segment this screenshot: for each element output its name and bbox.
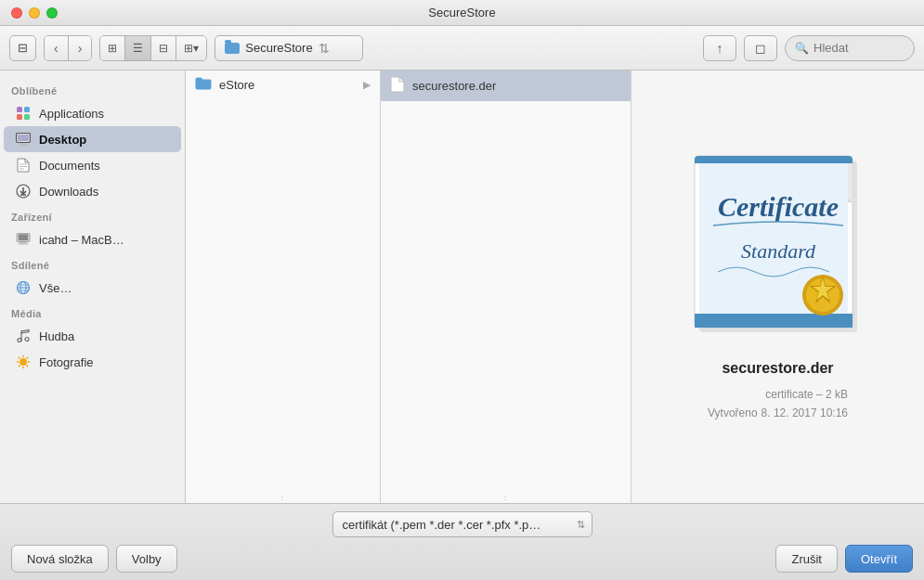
svg-rect-2 [17, 114, 22, 120]
search-input[interactable] [813, 41, 904, 55]
svg-rect-15 [19, 235, 28, 241]
sidebar-section-oblibene: Oblíbené [0, 78, 185, 100]
svg-rect-1 [24, 107, 30, 112]
svg-rect-0 [17, 107, 22, 112]
mac-label: icahd – MacB… [39, 233, 124, 247]
sidebar-item-documents[interactable]: Documents [4, 152, 181, 178]
bottom-buttons: Nová složka Volby Zrušit Otevřít [11, 545, 913, 573]
preview-pane: Certificate Standard securestore.der [631, 71, 924, 503]
cancel-button[interactable]: Zrušit [775, 545, 838, 573]
options-button[interactable]: Volby [116, 545, 177, 573]
close-button[interactable] [11, 7, 22, 19]
sidebar-item-photos[interactable]: Fotografie [4, 349, 181, 375]
bottom-btn-right-group: Zrušit Otevřít [775, 545, 913, 573]
browser-area: eStore ▶ ⋮ securestore.der ⋮ [186, 71, 924, 503]
col-resize-handle-2[interactable]: ⋮ [497, 496, 515, 503]
resize-dots-2: ⋮ [501, 495, 511, 504]
applications-label: Applications [39, 107, 104, 121]
downloads-icon [15, 183, 32, 200]
list-view-button[interactable]: ☰ [125, 36, 151, 60]
toolbar: ⊟ ‹ › ⊞ ☰ ⊟ ⊞▾ SecureStore ⇅ ↑ ◻ 🔍 [0, 26, 924, 71]
svg-point-24 [25, 338, 29, 342]
svg-rect-16 [20, 242, 27, 244]
shared-label: Vše… [39, 281, 72, 295]
sidebar-section-zarizeni: Zařízení [0, 204, 185, 226]
svg-text:Standard: Standard [741, 239, 816, 263]
sidebar-item-desktop[interactable]: Desktop [4, 126, 181, 152]
applications-icon [15, 105, 32, 122]
svg-rect-42 [695, 321, 852, 328]
desktop-icon [15, 131, 32, 148]
list-item[interactable]: securestore.der [381, 71, 631, 101]
maximize-button[interactable] [46, 7, 58, 19]
svg-rect-7 [19, 145, 28, 146]
sidebar-item-music[interactable]: Hudba [4, 323, 181, 349]
folder-name: SecureStore [245, 41, 312, 55]
downloads-label: Downloads [39, 185, 98, 199]
folder-name-label: eStore [219, 78, 254, 92]
sidebar-item-applications[interactable]: Applications [4, 100, 181, 126]
sidebar-section-sdilene: Sdílené [0, 252, 185, 275]
share-button[interactable]: ↑ [703, 35, 736, 61]
sidebar: Oblíbené Applications [0, 71, 186, 503]
column-view-icon: ⊟ [159, 42, 168, 55]
svg-line-33 [19, 366, 20, 367]
title-bar: SecureStore [0, 0, 924, 26]
photos-label: Fotografie [39, 355, 94, 369]
sidebar-item-shared[interactable]: Vše… [4, 275, 181, 301]
panel-view-button[interactable]: ⊟ [9, 35, 36, 61]
svg-point-23 [18, 339, 21, 342]
folder-breadcrumb[interactable]: SecureStore ⇅ [215, 35, 363, 61]
resize-dots: ⋮ [278, 495, 288, 504]
preview-created-label: Vytvořeno [708, 405, 758, 422]
preview-filename: securestore.der [722, 360, 833, 377]
col-resize-handle-1[interactable]: ⋮ [274, 496, 293, 503]
new-folder-button[interactable]: Nová složka [11, 545, 109, 573]
icon-view-button[interactable]: ⊞ [100, 36, 125, 60]
column-view-button[interactable]: ⊟ [151, 36, 176, 60]
sidebar-item-mac[interactable]: icahd – MacB… [4, 226, 181, 252]
icon-view-icon: ⊞ [108, 42, 117, 55]
forward-button[interactable]: › [69, 36, 92, 60]
back-button[interactable]: ‹ [45, 36, 69, 60]
bottom-btn-left-group: Nová složka Volby [11, 545, 177, 573]
search-box: 🔍 [785, 35, 915, 61]
filter-row: certifikát (*.pem *.der *.cer *.pfx *.p…… [11, 511, 913, 537]
tag-button[interactable]: ◻ [744, 35, 777, 61]
open-button[interactable]: Otevřít [845, 545, 913, 573]
folder-icon [225, 43, 240, 54]
panel-icon: ⊟ [18, 41, 28, 55]
svg-text:Certificate: Certificate [718, 191, 839, 222]
list-item[interactable]: eStore ▶ [186, 71, 380, 98]
bottom-area: certifikát (*.pem *.der *.cer *.pfx *.p…… [0, 503, 924, 580]
sidebar-item-downloads[interactable]: Downloads [4, 178, 181, 204]
share-icon: ↑ [717, 41, 723, 56]
tag-icon: ◻ [755, 41, 766, 56]
column-pane-2: securestore.der ⋮ [381, 71, 631, 503]
nav-buttons: ‹ › [44, 35, 92, 61]
minimize-button[interactable] [29, 7, 40, 19]
svg-rect-17 [18, 244, 29, 245]
gallery-view-button[interactable]: ⊞▾ [176, 36, 206, 60]
svg-point-25 [20, 358, 27, 366]
svg-rect-39 [695, 160, 852, 163]
preview-meta-created: Vytvořeno 8. 12. 2017 10:16 [708, 405, 848, 422]
main-area: Oblíbené Applications [0, 71, 924, 503]
preview-meta-type: certificate – 2 kB [708, 386, 848, 404]
column-pane-1: eStore ▶ ⋮ [186, 71, 381, 503]
filter-select[interactable]: certifikát (*.pem *.der *.cer *.pfx *.p… [332, 511, 592, 537]
music-icon [15, 328, 32, 344]
file-col-icon [390, 76, 405, 96]
documents-icon [15, 157, 32, 174]
filter-wrapper: certifikát (*.pem *.der *.cer *.pfx *.p…… [332, 511, 592, 537]
preview-image: Certificate Standard [685, 151, 871, 346]
gallery-view-icon: ⊞▾ [184, 42, 199, 55]
folder-col-icon [195, 76, 212, 93]
svg-line-32 [27, 357, 28, 358]
globe-icon [15, 279, 32, 296]
svg-rect-3 [24, 114, 30, 120]
list-view-icon: ☰ [133, 42, 143, 55]
svg-line-31 [27, 366, 28, 367]
documents-label: Documents [39, 159, 100, 173]
breadcrumb-arrow: ⇅ [319, 41, 330, 56]
